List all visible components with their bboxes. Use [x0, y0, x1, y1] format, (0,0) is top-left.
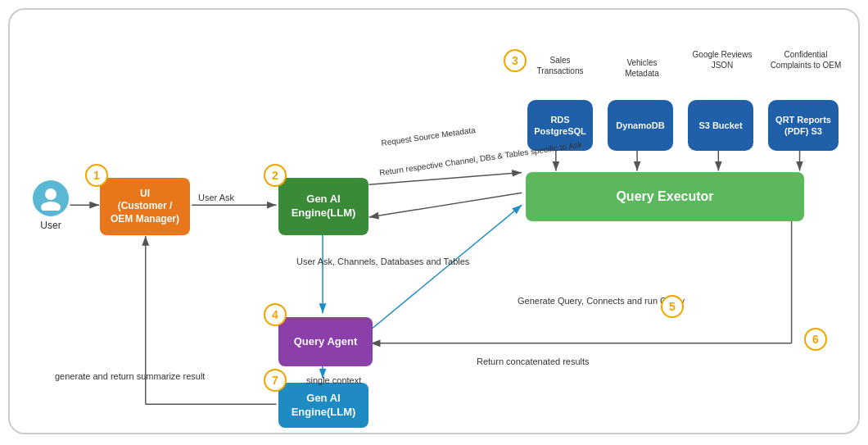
query-agent-box: Query Agent [278, 317, 373, 366]
user-icon: User [33, 180, 69, 231]
query-agent-label: Query Agent [294, 335, 358, 349]
svg-point-18 [41, 202, 61, 211]
number-5: 5 [661, 295, 684, 318]
lbl-return-concat: Return concatenated results [477, 356, 590, 368]
ui-box-label: UI (Customer / OEM Manager) [111, 188, 179, 226]
user-avatar [33, 180, 69, 216]
number-6: 6 [804, 328, 827, 351]
query-executor-label: Query Executor [616, 188, 713, 206]
lbl-generate-query: Generate Query, Connects and run Query [518, 295, 685, 307]
number-1: 1 [85, 164, 108, 187]
lbl-request-source: Request Source Metadata [381, 125, 477, 149]
lbl-user-ask: User Ask [198, 192, 234, 204]
gen-ai-box: Gen AI Engine(LLM) [278, 178, 368, 235]
dynamo-box: DynamoDB [608, 100, 673, 151]
svg-point-17 [45, 188, 57, 200]
ui-box: UI (Customer / OEM Manager) [100, 178, 190, 235]
number-4: 4 [264, 303, 287, 326]
lbl-single-context: single context [306, 375, 361, 387]
svg-line-5 [369, 193, 522, 217]
s3-label: S3 Bucket [698, 120, 742, 131]
lbl-user-ask2: User Ask, Channels, Databases and Tables [296, 256, 469, 268]
number-3: 3 [504, 49, 527, 72]
diagram-container: 1 2 3 4 5 6 7 User UI (Customer / OEM Ma… [8, 8, 860, 434]
number-7: 7 [264, 369, 287, 392]
ds-label-confidential: Confidential Complaints to OEM [770, 49, 842, 70]
ds-label-vehicles: Vehicles Metadata [609, 57, 675, 79]
user-label: User [40, 220, 61, 231]
qrt-label: QRT Reports (PDF) S3 [775, 114, 831, 138]
rds-label: RDS PostgreSQL [534, 114, 586, 138]
s3-box: S3 Bucket [688, 100, 753, 151]
ds-label-sales: Sales Transactions [527, 55, 593, 76]
query-executor-box: Query Executor [526, 172, 804, 221]
gen-ai2-label: Gen AI Engine(LLM) [292, 392, 356, 420]
number-2: 2 [264, 164, 287, 187]
lbl-generate-return: generate and return summarize result [55, 370, 205, 383]
ds-label-google: Google Reviews JSON [689, 49, 755, 70]
qrt-box: QRT Reports (PDF) S3 [768, 100, 839, 151]
dynamo-label: DynamoDB [616, 120, 664, 131]
gen-ai-label: Gen AI Engine(LLM) [292, 193, 356, 220]
gen-ai-box2: Gen AI Engine(LLM) [278, 383, 368, 428]
